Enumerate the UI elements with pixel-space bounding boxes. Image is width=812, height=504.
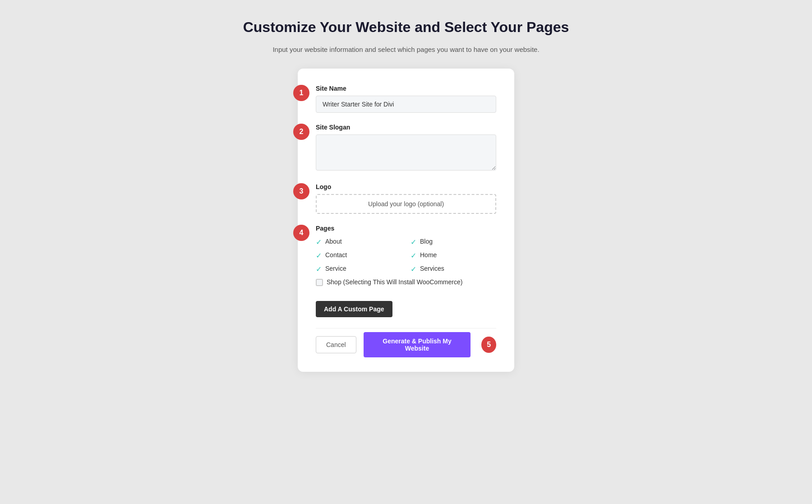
check-icon: ✓	[316, 251, 322, 260]
page-container: Customize Your Website and Select Your P…	[203, 18, 609, 372]
list-item[interactable]: ✓ About	[316, 237, 401, 246]
check-icon: ✓	[411, 265, 416, 273]
step-3-badge: 3	[293, 183, 309, 199]
publish-label: Generate & Publish My Website	[383, 338, 451, 352]
list-item[interactable]: Shop (Selecting This Will Install WooCom…	[316, 278, 496, 287]
step-2-badge: 2	[293, 124, 309, 140]
step-1-badge: 1	[293, 85, 309, 101]
cancel-label: Cancel	[326, 341, 346, 348]
cancel-button[interactable]: Cancel	[316, 336, 356, 353]
publish-button[interactable]: Generate & Publish My Website	[364, 332, 471, 357]
site-name-label: Site Name	[316, 85, 496, 92]
page-label-service: Service	[325, 264, 346, 273]
logo-label: Logo	[316, 183, 496, 190]
site-slogan-group: 2 Site Slogan	[316, 124, 496, 172]
page-subtitle: Input your website information and selec…	[272, 44, 539, 55]
check-icon: ✓	[316, 265, 322, 273]
logo-group: 3 Logo Upload your logo (optional)	[316, 183, 496, 214]
site-slogan-input[interactable]	[316, 134, 496, 171]
site-name-group: 1 Site Name	[316, 85, 496, 113]
page-label-home: Home	[420, 251, 437, 260]
page-title: Customize Your Website and Select Your P…	[243, 18, 569, 37]
page-label-services: Services	[420, 264, 444, 273]
page-label-shop: Shop (Selecting This Will Install WooCom…	[327, 278, 462, 287]
check-icon: ✓	[411, 251, 416, 260]
step-5-badge: 5	[481, 337, 496, 353]
list-item[interactable]: ✓ Services	[411, 264, 496, 273]
add-custom-page-button[interactable]: Add A Custom Page	[316, 301, 392, 317]
checkbox-empty	[316, 279, 323, 286]
add-custom-page-label: Add A Custom Page	[324, 305, 384, 313]
list-item[interactable]: ✓ Service	[316, 264, 401, 273]
page-label-contact: Contact	[325, 251, 347, 260]
pages-section: 4 Pages ✓ About ✓ Blog ✓ Contact ✓	[316, 225, 496, 287]
list-item[interactable]: ✓ Blog	[411, 237, 496, 246]
upload-logo-label: Upload your logo (optional)	[368, 200, 444, 208]
list-item[interactable]: ✓ Home	[411, 251, 496, 260]
form-card: 1 Site Name 2 Site Slogan 3 Logo Upload …	[298, 69, 514, 372]
step-4-badge: 4	[293, 225, 309, 241]
list-item[interactable]: ✓ Contact	[316, 251, 401, 260]
check-icon: ✓	[411, 238, 416, 246]
site-name-input[interactable]	[316, 96, 496, 113]
check-icon: ✓	[316, 238, 322, 246]
footer-actions: Cancel Generate & Publish My Website 5	[316, 328, 496, 357]
page-label-about: About	[325, 237, 342, 246]
page-label-blog: Blog	[420, 237, 433, 246]
upload-logo-button[interactable]: Upload your logo (optional)	[316, 194, 496, 214]
pages-label: Pages	[316, 225, 496, 232]
pages-grid: ✓ About ✓ Blog ✓ Contact ✓ Home	[316, 237, 496, 287]
site-slogan-label: Site Slogan	[316, 124, 496, 131]
